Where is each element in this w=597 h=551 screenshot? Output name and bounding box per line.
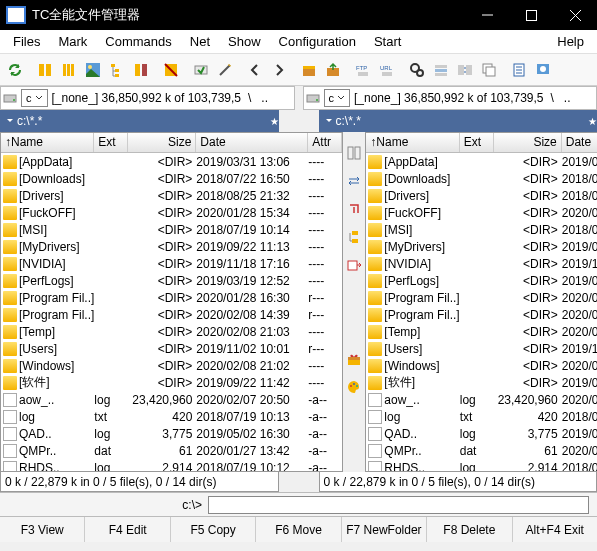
list-item[interactable]: [Program Fil..]<DIR>2020/02/08 14:39r---	[366, 306, 597, 323]
updir-button-right[interactable]: ..	[561, 91, 574, 105]
list-item[interactable]: QAD..log3,7752019/05/02 16:30-a--	[1, 425, 342, 442]
close-button[interactable]	[553, 0, 597, 30]
list-item[interactable]: [Drivers]<DIR>2018/08/25 21:32----	[366, 187, 597, 204]
col-attr[interactable]: Attr	[308, 133, 342, 152]
col-size[interactable]: Size	[128, 133, 196, 152]
full-view-icon[interactable]	[58, 59, 80, 81]
updir-button-left[interactable]: ..	[258, 91, 271, 105]
list-item[interactable]: RHDS..log2,9142018/07/19 10:12-a--	[366, 459, 597, 471]
list-item[interactable]: [FuckOFF]<DIR>2020/01/28 15:34----	[1, 204, 342, 221]
fn-f5-copy[interactable]: F5 Copy	[171, 517, 256, 542]
menu-files[interactable]: Files	[4, 32, 49, 51]
list-item[interactable]: [FuckOFF]<DIR>2020/01/28 15:34----	[366, 204, 597, 221]
root-button-left[interactable]: \	[245, 91, 254, 105]
list-item[interactable]: [MSI]<DIR>2018/07/19 10:14----	[366, 221, 597, 238]
col-name[interactable]: ↑Name	[366, 133, 459, 152]
wand-icon[interactable]	[214, 59, 236, 81]
list-item[interactable]: [Program Fil..]<DIR>2020/01/28 16:30r---	[366, 289, 597, 306]
col-ext[interactable]: Ext	[94, 133, 128, 152]
list-item[interactable]: [MSI]<DIR>2018/07/19 10:14----	[1, 221, 342, 238]
refresh-icon[interactable]	[4, 59, 26, 81]
maximize-button[interactable]	[509, 0, 553, 30]
target-equals-source-icon[interactable]	[343, 198, 365, 220]
list-item[interactable]: aow_..log23,420,9602020/02/07 20:50-a--	[366, 391, 597, 408]
show-all-icon[interactable]	[130, 59, 152, 81]
file-list-left[interactable]: [AppData]<DIR>2019/03/31 13:06----[Downl…	[1, 153, 342, 471]
list-item[interactable]: [Program Fil..]<DIR>2020/01/28 16:30r---	[1, 289, 342, 306]
swap-panels-icon[interactable]	[343, 170, 365, 192]
list-item[interactable]: [Downloads]<DIR>2018/07/22 16:50----	[1, 170, 342, 187]
list-item[interactable]: aow_..log23,420,9602020/02/07 20:50-a--	[1, 391, 342, 408]
fn-f3-view[interactable]: F3 View	[0, 517, 85, 542]
list-item[interactable]: [MyDrivers]<DIR>2019/09/22 11:13----	[366, 238, 597, 255]
menu-net[interactable]: Net	[181, 32, 219, 51]
fn-f6-move[interactable]: F6 Move	[256, 517, 341, 542]
brief-view-icon[interactable]	[34, 59, 56, 81]
list-item[interactable]: [PerfLogs]<DIR>2019/03/19 12:52----	[1, 272, 342, 289]
list-item[interactable]: [Drivers]<DIR>2018/08/25 21:32----	[1, 187, 342, 204]
palette-icon[interactable]	[343, 376, 365, 398]
list-item[interactable]: [Program Fil..]<DIR>2020/02/08 14:39r---	[1, 306, 342, 323]
sync-dirs-icon[interactable]	[454, 59, 476, 81]
list-item[interactable]: [Users]<DIR>2019/11/02 10:01r---	[1, 340, 342, 357]
menu-configuration[interactable]: Configuration	[270, 32, 365, 51]
col-ext[interactable]: Ext	[460, 133, 494, 152]
list-item[interactable]: [Temp]<DIR>2020/02/08 21:03----	[366, 323, 597, 340]
list-item[interactable]: [AppData]<DIR>2019/03/31 13:06----	[366, 153, 597, 170]
url-icon[interactable]: URL	[376, 59, 398, 81]
gift-icon[interactable]	[343, 348, 365, 370]
copy-to-other-icon[interactable]	[343, 254, 365, 276]
col-date[interactable]: Date	[196, 133, 308, 152]
thumbnail-view-icon[interactable]	[82, 59, 104, 81]
search-icon[interactable]	[406, 59, 428, 81]
tab-right[interactable]: c:\*.*★	[319, 110, 598, 132]
list-item[interactable]: [AppData]<DIR>2019/03/31 13:06----	[1, 153, 342, 170]
favorites-icon[interactable]: ★	[270, 116, 279, 127]
fn-f8-delete[interactable]: F8 Delete	[427, 517, 512, 542]
list-item[interactable]: [Windows]<DIR>2020/02/08 21:02----	[1, 357, 342, 374]
ftp-tool-icon[interactable]	[190, 59, 212, 81]
menu-start[interactable]: Start	[365, 32, 410, 51]
col-size[interactable]: Size	[494, 133, 562, 152]
menu-help[interactable]: Help	[548, 32, 593, 51]
list-item[interactable]: QMPr..dat612020/01/27 13:42-a--	[1, 442, 342, 459]
forward-icon[interactable]	[268, 59, 290, 81]
pack-icon[interactable]	[298, 59, 320, 81]
fn-altf4-exit[interactable]: Alt+F4 Exit	[513, 517, 597, 542]
list-item[interactable]: [MyDrivers]<DIR>2019/09/22 11:13----	[1, 238, 342, 255]
list-item[interactable]: logtxt4202018/07/19 10:13-a--	[1, 408, 342, 425]
list-item[interactable]: [NVIDIA]<DIR>2019/11/18 17:16----	[1, 255, 342, 272]
fn-f4-edit[interactable]: F4 Edit	[85, 517, 170, 542]
list-item[interactable]: QAD..log3,7752019/05/02 16:30-a--	[366, 425, 597, 442]
back-icon[interactable]	[244, 59, 266, 81]
list-item[interactable]: [Users]<DIR>2019/11/02 10:01r---	[366, 340, 597, 357]
col-name[interactable]: ↑Name	[1, 133, 94, 152]
list-item[interactable]: [软件]<DIR>2019/09/22 11:42----	[1, 374, 342, 391]
menu-mark[interactable]: Mark	[49, 32, 96, 51]
list-item[interactable]: logtxt4202018/07/19 10:13-a--	[366, 408, 597, 425]
col-date[interactable]: Date	[562, 133, 597, 152]
menu-commands[interactable]: Commands	[96, 32, 180, 51]
control-panel-icon[interactable]	[532, 59, 554, 81]
ftp-connect-icon[interactable]: FTP	[352, 59, 374, 81]
list-item[interactable]: QMPr..dat612020/01/27 13:42-a--	[366, 442, 597, 459]
list-item[interactable]: [PerfLogs]<DIR>2019/03/19 12:52----	[366, 272, 597, 289]
equal-panels-icon[interactable]	[343, 142, 365, 164]
notepad-icon[interactable]	[508, 59, 530, 81]
list-item[interactable]: [Temp]<DIR>2020/02/08 21:03----	[1, 323, 342, 340]
favorites-icon[interactable]: ★	[588, 116, 597, 127]
list-item[interactable]: [软件]<DIR>2019/09/22 11:42----	[366, 374, 597, 391]
list-item[interactable]: [NVIDIA]<DIR>2019/11/18 17:16----	[366, 255, 597, 272]
drive-select-right[interactable]: c	[324, 89, 351, 107]
menu-show[interactable]: Show	[219, 32, 270, 51]
list-item[interactable]: [Downloads]<DIR>2018/07/22 16:50----	[366, 170, 597, 187]
fn-f7-newfolder[interactable]: F7 NewFolder	[342, 517, 427, 542]
unpack-icon[interactable]	[322, 59, 344, 81]
command-input[interactable]	[208, 496, 589, 514]
tree-view-icon[interactable]	[106, 59, 128, 81]
tab-left[interactable]: c:\*.*★	[0, 110, 279, 132]
multi-rename-icon[interactable]	[430, 59, 452, 81]
file-list-right[interactable]: [AppData]<DIR>2019/03/31 13:06----[Downl…	[366, 153, 597, 471]
list-item[interactable]: RHDS..log2,9142018/07/19 10:12-a--	[1, 459, 342, 471]
root-button-right[interactable]: \	[548, 91, 557, 105]
